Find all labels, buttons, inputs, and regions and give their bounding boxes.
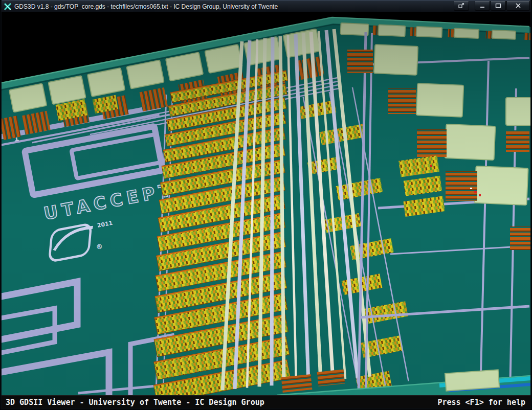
close-icon <box>515 3 521 8</box>
status-left-text: 3D GDSII Viewer - University of Twente -… <box>6 398 264 407</box>
io-cell-stripes <box>523 33 530 40</box>
app-icon <box>4 3 12 11</box>
window-title: GDS3D v1.8 - gds/TOP_core.gds - techfile… <box>14 3 453 10</box>
viewport-3d[interactable]: UTACCEPT 2011 ® 1 <box>2 12 530 395</box>
bond-pad <box>454 28 479 38</box>
title-bar[interactable]: GDS3D v1.8 - gds/TOP_core.gds - techfile… <box>2 0 530 12</box>
app-window: GDS3D v1.8 - gds/TOP_core.gds - techfile… <box>0 0 532 410</box>
bond-pad <box>416 27 442 37</box>
status-bar: 3D GDSII Viewer - University of Twente -… <box>2 395 530 408</box>
minimize-icon <box>479 3 485 8</box>
chip-registered-mark: ® <box>96 242 104 251</box>
chip-3d-scene: UTACCEPT 2011 ® 1 <box>2 12 530 395</box>
bond-pad <box>379 25 406 36</box>
window-controls <box>453 1 530 12</box>
maximize-icon <box>495 3 501 8</box>
status-help-text: Press <F1> for help <box>437 398 525 407</box>
bus-line <box>272 37 273 385</box>
bond-pad <box>341 23 369 36</box>
minimize-button[interactable] <box>475 1 490 11</box>
popout-button[interactable] <box>454 1 469 11</box>
popout-icon <box>458 3 464 8</box>
maximize-button[interactable] <box>491 1 506 11</box>
dense-cell-cluster <box>397 155 445 217</box>
close-button[interactable] <box>506 1 530 11</box>
bond-pad <box>492 30 516 39</box>
